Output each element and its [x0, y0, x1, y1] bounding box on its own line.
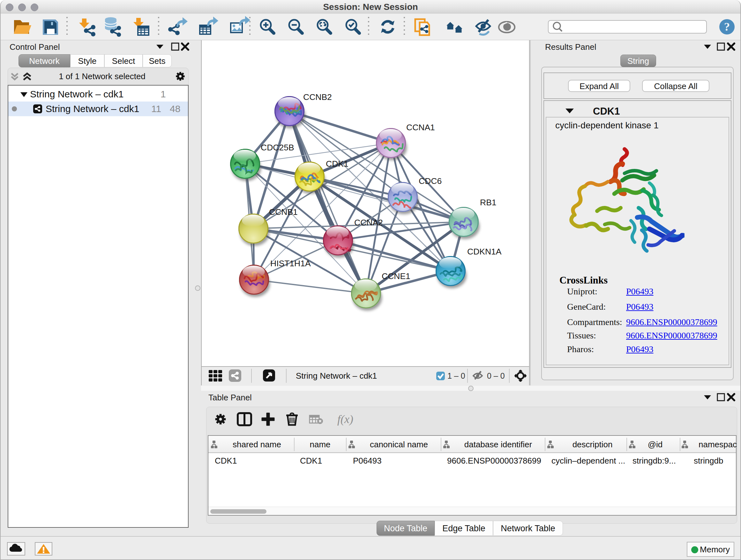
svg-text:CDC25B: CDC25B	[261, 143, 294, 152]
svg-text:CDC6: CDC6	[419, 176, 442, 186]
svg-text:RB1: RB1	[480, 198, 496, 207]
svg-text:CCNA1: CCNA1	[406, 123, 435, 132]
svg-text:?: ?	[724, 20, 730, 33]
svg-text:CCNB1: CCNB1	[269, 207, 298, 217]
svg-text:CDKN1A: CDKN1A	[467, 247, 502, 256]
svg-text:0 – 0: 0 – 0	[487, 371, 505, 380]
svg-text:CCNB2: CCNB2	[303, 92, 332, 102]
svg-text:CDK1: CDK1	[593, 106, 620, 117]
svg-text:CDK1: CDK1	[326, 159, 348, 169]
svg-text:f(x): f(x)	[337, 413, 353, 426]
svg-text:HIST1H1A: HIST1H1A	[270, 259, 311, 268]
svg-text:String Network – cdk1: String Network – cdk1	[296, 371, 377, 381]
svg-text:CCNE1: CCNE1	[382, 271, 410, 281]
svg-text:1 of 1 Network selected: 1 of 1 Network selected	[59, 71, 145, 81]
svg-text:CCNA2: CCNA2	[354, 218, 383, 227]
svg-text:1 – 0: 1 – 0	[448, 371, 465, 380]
